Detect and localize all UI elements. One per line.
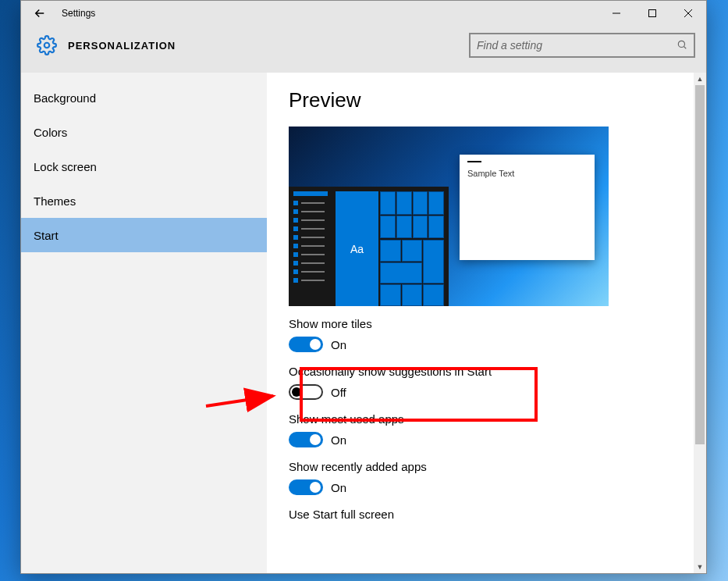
close-button[interactable] [670,1,706,26]
scrollbar-down-icon[interactable]: ▼ [694,561,706,573]
minimize-icon [612,9,621,18]
sidebar-item-label: Start [34,229,59,242]
gear-icon [37,35,57,55]
sidebar-item-label: Background [34,91,96,105]
toggle-most-used-apps[interactable] [289,432,323,447]
setting-recently-added: Show recently added apps On [289,460,691,495]
content-area: Background Colors Lock screen Themes Sta… [21,73,706,573]
scrollbar[interactable]: ▲ ▼ [694,73,706,573]
setting-full-screen: Use Start full screen [289,508,691,521]
search-icon [677,39,687,52]
preview-app-list [289,187,336,306]
sidebar-item-label: Lock screen [34,160,97,173]
minimize-button[interactable] [598,1,634,26]
close-icon [684,9,693,18]
setting-label: Show more tiles [289,317,691,330]
toggle-state: On [331,481,346,494]
setting-show-more-tiles: Show more tiles On [289,317,691,352]
back-button[interactable] [21,1,59,26]
sidebar-item-themes[interactable]: Themes [21,184,267,218]
svg-point-3 [678,41,684,47]
sidebar-item-label: Colors [34,126,67,139]
setting-show-suggestions: Occasionally show suggestions in Start O… [289,365,691,400]
page-heading: Preview [289,88,691,112]
header: PERSONALIZATION [21,26,706,73]
maximize-icon [648,9,657,18]
toggle-state: On [331,338,346,351]
toggle-state: Off [331,386,346,399]
toggle-show-more-tiles[interactable] [289,337,323,352]
header-section-title: PERSONALIZATION [68,40,176,52]
preview-tiles: Aa [336,187,449,306]
settings-window: Settings PERSONALIZATION Background Colo [20,0,707,574]
sidebar: Background Colors Lock screen Themes Sta… [21,73,267,573]
sidebar-item-background[interactable]: Background [21,80,267,115]
setting-label: Use Start full screen [289,508,691,521]
search-box[interactable] [469,33,695,58]
sidebar-item-start[interactable]: Start [21,218,267,252]
preview-start-menu: Aa [289,187,449,306]
setting-label: Occasionally show suggestions in Start [289,365,691,378]
maximize-button[interactable] [634,1,670,26]
svg-line-4 [684,46,686,48]
toggle-state: On [331,433,346,447]
setting-label: Show most used apps [289,412,691,426]
setting-label: Show recently added apps [289,460,691,473]
window-title: Settings [59,8,95,19]
svg-point-2 [44,43,50,48]
sidebar-item-colors[interactable]: Colors [21,115,267,149]
preview-accent-tile: Aa [336,191,378,306]
search-input[interactable] [477,39,677,52]
preview-sample-window: Sample Text [460,155,595,260]
main-panel: Preview [267,73,706,573]
scrollbar-up-icon[interactable]: ▲ [694,73,706,85]
sidebar-item-label: Themes [34,194,76,208]
toggle-show-suggestions[interactable] [289,384,323,400]
start-preview: Aa Sample Text [289,127,609,306]
setting-most-used-apps: Show most used apps On [289,412,691,447]
preview-sample-text: Sample Text [467,169,587,178]
titlebar: Settings [21,1,706,26]
toggle-recently-added[interactable] [289,479,323,495]
svg-rect-1 [649,10,656,17]
arrow-left-icon [33,6,47,20]
sidebar-item-lock-screen[interactable]: Lock screen [21,149,267,184]
scrollbar-thumb[interactable] [695,85,705,444]
